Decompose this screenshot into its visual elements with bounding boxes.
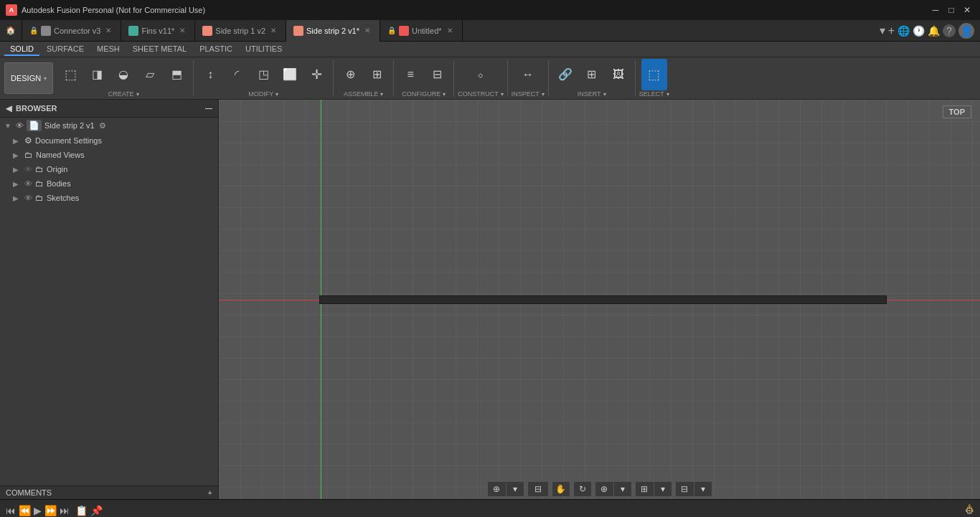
browser-document-settings[interactable]: ▶ ⚙ Document Settings [0,133,218,148]
create-sweep-button[interactable]: ▱ [137,59,163,90]
sketches-eye-icon[interactable]: 👁 [24,194,32,202]
select-label[interactable]: SELECT ▾ [639,90,669,98]
inspect-measure-button[interactable]: ↔ [515,59,541,90]
maximize-button[interactable]: □ [944,3,958,17]
design-dropdown[interactable]: DESIGN ▾ [4,62,53,94]
tab-list-icon[interactable]: ▾ [880,24,885,37]
bell-icon[interactable]: 🔔 [928,25,940,37]
toolbar-tab-surface[interactable]: SURFACE [41,43,90,56]
toolbar-tab-utilities[interactable]: UTILITIES [240,43,288,56]
named-views-expand[interactable]: ▶ [13,151,22,159]
modify-press-pull-button[interactable]: ↕ [197,59,223,90]
browser-collapse-icon[interactable]: ◀ [6,104,11,113]
step-forward-button[interactable]: ⏩ [44,505,57,516]
tab-close-connector[interactable]: ✕ [103,26,113,36]
comments-add-icon[interactable]: + [208,488,212,497]
origin-eye-icon[interactable]: 👁 [24,165,32,174]
zoom-button[interactable]: ⊕ [595,481,613,497]
skip-to-end-button[interactable]: ⏭ [60,505,70,516]
create-label[interactable]: CREATE ▾ [57,90,189,98]
tab-sidestrip2[interactable]: Side strip 2 v1* ✕ [286,20,380,42]
snap-dropdown[interactable]: ▾ [506,481,524,497]
create-new-component-button[interactable]: ⬚ [57,59,83,90]
close-button[interactable]: ✕ [960,3,974,17]
globe-icon[interactable]: 🌐 [897,25,910,37]
modify-chamfer-button[interactable]: ◳ [250,59,276,90]
tab-close-fins[interactable]: ✕ [177,26,187,36]
display-mode-button[interactable]: ⊞ [635,481,654,497]
snap-button[interactable]: ⊕ [487,481,506,497]
tab-untitled[interactable]: 🔒 Untitled* ✕ [380,20,463,42]
tab-sidestrip1[interactable]: Side strip 1 v2 ✕ [195,20,286,42]
assemble-joint-button[interactable]: ⊕ [337,59,363,90]
zoom-dropdown[interactable]: ▾ [613,481,632,497]
bodies-expand[interactable]: ▶ [13,180,22,188]
insert-image-button[interactable]: 🖼 [606,59,631,90]
tab-connector[interactable]: 🔒 Connector v3 ✕ [22,20,121,42]
browser-root-item[interactable]: ▼ 👁 📄 Side strip 2 v1 ⚙ [0,118,218,133]
browser-item-label-namedviews: Named Views [36,151,85,159]
root-visibility-icon[interactable]: 👁 [16,121,24,130]
grid-dropdown[interactable]: ▾ [694,481,712,497]
toolbar-tab-mesh[interactable]: MESH [91,43,126,56]
construct-label[interactable]: CONSTRUCT ▾ [458,90,504,98]
timeline-icon2[interactable]: 📌 [90,505,103,516]
tab-fins[interactable]: Fins v11* ✕ [121,20,195,42]
insert-link-button[interactable]: 🔗 [552,59,578,90]
grid-button[interactable]: ⊟ [675,481,694,497]
timeline-icon1[interactable]: 📋 [75,505,88,516]
pan-button[interactable]: ✋ [552,481,570,497]
configure-label[interactable]: CONFIGURE ▾ [397,90,450,98]
create-revolve-button[interactable]: ◒ [110,59,136,90]
origin-expand[interactable]: ▶ [13,166,22,174]
fit-button[interactable]: ⊟ [527,481,549,497]
minimize-button[interactable]: ─ [928,3,943,17]
browser-origin[interactable]: ▶ 👁 🗀 Origin [0,162,218,176]
viewport[interactable]: TOP ⊕ ▾ ⊟ ✋ ↻ ⊕ ▾ ⊞ ▾ ⊟ ▾ [219,100,980,499]
tab-close-sidestrip1[interactable]: ✕ [268,26,278,36]
new-component-icon: ⬚ [65,68,77,81]
bodies-eye-icon[interactable]: 👁 [24,179,32,188]
orbit-button[interactable]: ↻ [573,481,592,497]
insert-add-button[interactable]: ⊞ [579,59,605,90]
user-avatar[interactable]: 👤 [958,23,974,39]
configure-more-button[interactable]: ⊟ [424,59,450,90]
toolbar-tab-solid[interactable]: SOLID [4,43,39,56]
toolbar-tab-sheetmetal[interactable]: SHEET METAL [127,43,192,56]
modify-shell-button[interactable]: ⬜ [277,59,303,90]
play-button[interactable]: ▶ [34,505,42,516]
toolbar-tab-plastic[interactable]: PLASTIC [194,43,238,56]
inspect-label[interactable]: INSPECT ▾ [512,90,545,98]
timeline-bar: ⏮ ⏪ ▶ ⏩ ⏭ 📋 📌 ⚙ [0,499,980,517]
tab-close-sidestrip2[interactable]: ✕ [362,26,372,36]
browser-bodies[interactable]: ▶ 👁 🗀 Bodies [0,176,218,191]
select-button[interactable]: ⬚ [641,59,667,90]
new-tab-button[interactable]: + [888,24,895,37]
comments-bar[interactable]: COMMENTS + [0,485,218,499]
display-dropdown[interactable]: ▾ [654,481,672,497]
home-button[interactable]: 🏠 [0,20,22,42]
root-settings-icon[interactable]: ⚙ [99,121,106,131]
modify-move-button[interactable]: ✛ [303,59,329,90]
clock-icon[interactable]: 🕐 [913,25,925,37]
sketches-expand[interactable]: ▶ [13,194,22,202]
tab-close-untitled[interactable]: ✕ [445,26,455,36]
browser-sketches[interactable]: ▶ 👁 🗀 Sketches [0,191,218,205]
browser-minus-button[interactable]: ─ [205,103,212,114]
skip-to-start-button[interactable]: ⏮ [6,505,16,516]
doc-settings-expand[interactable]: ▶ [13,137,22,145]
create-extrude-button[interactable]: ◨ [84,59,110,90]
configure-param-button[interactable]: ≡ [397,59,423,90]
help-icon[interactable]: ? [943,24,956,37]
construct-plane-button[interactable]: ⬦ [468,59,494,90]
assemble-more-button[interactable]: ⊞ [364,59,390,90]
modify-label[interactable]: MODIFY ▾ [197,90,329,98]
assemble-label[interactable]: ASSEMBLE ▾ [337,90,390,98]
create-more-button[interactable]: ⬒ [164,59,189,90]
modify-fillet-button[interactable]: ◜ [224,59,250,90]
step-back-button[interactable]: ⏪ [19,505,31,516]
view-label-top[interactable]: TOP [943,105,971,118]
root-expand-icon[interactable]: ▼ [4,122,13,130]
browser-named-views[interactable]: ▶ 🗀 Named Views [0,148,218,162]
insert-label[interactable]: INSERT ▾ [552,90,631,98]
